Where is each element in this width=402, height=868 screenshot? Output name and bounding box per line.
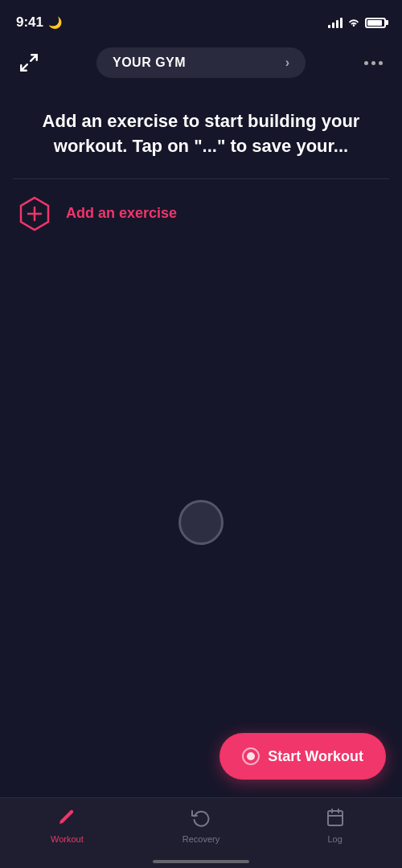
status-time: 9:41 🌙 bbox=[16, 14, 62, 31]
add-exercise-row[interactable]: Add an exercise bbox=[0, 179, 402, 248]
start-workout-button[interactable]: Start Workout bbox=[219, 733, 386, 780]
moon-icon: 🌙 bbox=[48, 16, 62, 29]
nav-label-recovery: Recovery bbox=[183, 834, 219, 844]
signal-icon bbox=[328, 17, 343, 28]
home-indicator bbox=[153, 860, 249, 863]
dot-icon bbox=[364, 61, 368, 65]
record-icon bbox=[242, 747, 260, 765]
recovery-icon bbox=[191, 808, 211, 830]
empty-state-message: Add an exercise to start building your w… bbox=[0, 85, 402, 178]
log-icon bbox=[326, 808, 345, 830]
expand-button[interactable] bbox=[13, 47, 45, 79]
gym-name: YOUR GYM bbox=[113, 55, 186, 70]
dot-icon bbox=[379, 61, 383, 65]
status-icons bbox=[328, 16, 386, 30]
drag-indicator[interactable] bbox=[178, 500, 224, 545]
nav-item-recovery[interactable]: Recovery bbox=[134, 806, 269, 844]
nav-label-workout: Workout bbox=[51, 834, 84, 844]
more-options-button[interactable] bbox=[357, 47, 389, 79]
nav-item-workout[interactable]: Workout bbox=[0, 806, 134, 844]
chevron-right-icon: › bbox=[285, 55, 289, 70]
dot-icon bbox=[371, 61, 375, 65]
nav-item-log[interactable]: Log bbox=[268, 806, 402, 844]
content-fill-area bbox=[0, 248, 402, 797]
wifi-icon bbox=[347, 16, 360, 30]
add-exercise-icon bbox=[16, 195, 53, 232]
workout-icon bbox=[57, 808, 76, 830]
gym-selector[interactable]: YOUR GYM › bbox=[96, 47, 306, 78]
start-workout-label: Start Workout bbox=[268, 748, 363, 765]
add-exercise-label: Add an exercise bbox=[66, 205, 177, 222]
record-inner-circle bbox=[247, 752, 255, 760]
battery-icon bbox=[365, 18, 386, 28]
main-content: Add an exercise to start building your w… bbox=[0, 85, 402, 797]
time-text: 9:41 bbox=[16, 14, 43, 31]
bottom-nav: Workout Recovery Log bbox=[0, 797, 402, 868]
status-bar: 9:41 🌙 bbox=[0, 0, 402, 40]
nav-label-log: Log bbox=[328, 834, 343, 844]
toolbar: YOUR GYM › bbox=[0, 40, 402, 85]
svg-rect-3 bbox=[328, 811, 343, 825]
